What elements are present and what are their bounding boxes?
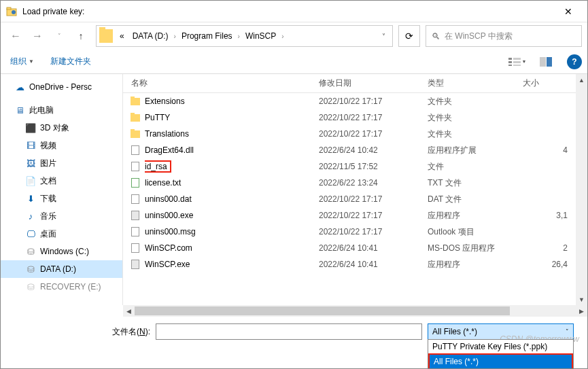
file-size: 26,4 <box>523 260 576 269</box>
nav-downloads[interactable]: ⬇下载 <box>1 190 122 207</box>
folder-icon <box>128 96 142 107</box>
vertical-scrollbar[interactable]: ▲ ▼ <box>576 74 587 305</box>
file-type: 文件 <box>428 161 523 173</box>
file-row[interactable]: PuTTY2022/10/22 17:17文件夹 <box>123 109 576 126</box>
chevron-right-icon: › <box>237 33 241 40</box>
filetype-dropdown-list: PuTTY Private Key Files (*.ppk) All File… <box>428 339 574 369</box>
file-type: 应用程序 <box>428 210 523 222</box>
nav-3dobjects[interactable]: ⬛3D 对象 <box>1 119 122 137</box>
document-icon: 📄 <box>25 175 36 186</box>
search-input[interactable]: 🔍︎ 在 WinSCP 中搜索 <box>426 25 582 47</box>
nav-documents[interactable]: 📄文档 <box>1 172 122 190</box>
column-headers[interactable]: 名称 修改日期 类型 大小 <box>123 74 576 93</box>
file-name: WinSCP.com <box>145 243 319 253</box>
file-type: 文件夹 <box>428 96 523 107</box>
file-name: unins000.exe <box>145 211 319 220</box>
file-date: 2022/6/24 10:41 <box>319 243 428 253</box>
view-mode-button[interactable]: ▼ <box>507 54 528 70</box>
file-name: Translations <box>145 129 319 139</box>
forward-button[interactable]: → <box>28 27 47 46</box>
filetype-option[interactable]: PuTTY Private Key Files (*.ppk) <box>428 340 573 353</box>
breadcrumb-item[interactable]: Program Files <box>177 31 237 41</box>
svg-rect-8 <box>513 65 521 66</box>
file-type: 文件夹 <box>428 112 523 124</box>
video-icon: 🎞 <box>25 140 36 151</box>
close-button[interactable]: ✕ <box>555 6 582 17</box>
dll-icon <box>128 145 142 156</box>
filetype-option-selected[interactable]: All Files (*.*) <box>430 355 572 368</box>
refresh-button[interactable]: ⟳ <box>398 25 420 47</box>
scroll-thumb[interactable] <box>135 306 510 315</box>
dat-icon <box>128 194 142 205</box>
exe-icon <box>128 259 142 270</box>
nav-drive-d[interactable]: ⛁DATA (D:) <box>1 260 122 278</box>
nav-drive-c[interactable]: ⛁Windows (C:) <box>1 243 122 260</box>
exe-icon <box>128 210 142 221</box>
nav-recovery[interactable]: ⛁RECOVERY (E:) <box>1 278 122 296</box>
download-icon: ⬇ <box>25 193 36 204</box>
preview-pane-button[interactable] <box>536 54 556 70</box>
file-row[interactable]: id_rsa2022/11/5 17:52文件 <box>123 158 576 175</box>
desktop-icon: 🖵 <box>25 228 36 239</box>
help-button[interactable]: ? <box>567 54 582 69</box>
file-type: TXT 文件 <box>428 177 523 189</box>
file-row[interactable]: Extensions2022/10/22 17:17文件夹 <box>123 93 576 109</box>
file-date: 2022/11/5 17:52 <box>319 162 428 171</box>
file-name: PuTTY <box>145 113 319 122</box>
msg-icon <box>128 226 142 237</box>
cube-icon: ⬛ <box>25 122 36 133</box>
chevron-right-icon: › <box>173 33 177 40</box>
file-row[interactable]: WinSCP.com2022/6/24 10:41MS-DOS 应用程序2 <box>123 240 576 256</box>
file-icon <box>128 161 142 172</box>
nav-music[interactable]: ♪音乐 <box>1 207 122 225</box>
file-row[interactable]: unins000.msg2022/10/22 17:17Outlook 项目 <box>123 224 576 240</box>
nav-onedrive[interactable]: ☁OneDrive - Persc <box>1 78 122 96</box>
file-row[interactable]: WinSCP.exe2022/6/24 10:41应用程序26,4 <box>123 256 576 273</box>
file-row[interactable]: DragExt64.dll2022/6/24 10:42应用程序扩展4 <box>123 142 576 158</box>
back-button[interactable]: ← <box>6 27 25 46</box>
explorer-body: ☁OneDrive - Persc 🖥此电脑 ⬛3D 对象 🎞视频 🖼图片 📄文… <box>1 74 587 305</box>
scroll-left-button[interactable]: ◀ <box>123 305 135 317</box>
breadcrumb-item[interactable]: WinSCP <box>241 31 280 41</box>
scroll-down-button[interactable]: ▼ <box>576 294 587 305</box>
header-date[interactable]: 修改日期 <box>319 77 428 89</box>
file-size: 3,1 <box>523 211 576 220</box>
organize-button[interactable]: 组织▼ <box>6 53 38 70</box>
txt-icon <box>128 177 142 188</box>
svg-rect-5 <box>508 65 512 66</box>
nav-desktop[interactable]: 🖵桌面 <box>1 225 122 243</box>
drive-icon: ⛁ <box>25 264 36 275</box>
file-row[interactable]: unins000.exe2022/10/22 17:17应用程序3,1 <box>123 207 576 224</box>
breadcrumb-bar[interactable]: « DATA (D:) › Program Files › WinSCP › ˅ <box>96 25 393 47</box>
breadcrumb-dropdown[interactable]: ˅ <box>382 33 385 40</box>
header-name[interactable]: 名称 <box>128 77 319 89</box>
image-icon: 🖼 <box>25 158 36 169</box>
nav-videos[interactable]: 🎞视频 <box>1 137 122 154</box>
horizontal-scrollbar[interactable]: ◀ ▶ <box>123 305 587 317</box>
file-name: DragExt64.dll <box>145 145 319 155</box>
up-button[interactable]: ↑ <box>71 27 90 46</box>
file-date: 2022/10/22 17:17 <box>319 129 428 139</box>
file-row[interactable]: Translations2022/10/22 17:17文件夹 <box>123 126 576 142</box>
file-date: 2022/10/22 17:17 <box>319 194 428 204</box>
window-title: Load private key: <box>22 7 555 16</box>
header-size[interactable]: 大小 <box>523 77 576 89</box>
file-row[interactable]: license.txt2022/6/22 13:24TXT 文件 <box>123 175 576 191</box>
address-bar-row: ← → ˅ ↑ « DATA (D:) › Program Files › Wi… <box>1 22 587 50</box>
file-row[interactable]: unins000.dat2022/10/22 17:17DAT 文件 <box>123 191 576 207</box>
file-date: 2022/10/22 17:17 <box>319 227 428 236</box>
svg-point-2 <box>12 10 16 14</box>
header-type[interactable]: 类型 <box>428 77 523 89</box>
breadcrumb-prefix[interactable]: « <box>116 31 128 41</box>
scroll-up-button[interactable]: ▲ <box>576 74 587 86</box>
nav-pictures[interactable]: 🖼图片 <box>1 154 122 172</box>
file-name: id_rsa <box>145 160 319 173</box>
filename-input[interactable] <box>156 323 422 340</box>
breadcrumb-item[interactable]: DATA (D:) <box>128 31 173 41</box>
recent-dropdown[interactable]: ˅ <box>50 27 69 46</box>
nav-thispc[interactable]: 🖥此电脑 <box>1 101 122 119</box>
new-folder-button[interactable]: 新建文件夹 <box>46 53 95 70</box>
scroll-right-button[interactable]: ▶ <box>576 305 587 317</box>
file-type: Outlook 项目 <box>428 226 523 238</box>
file-type: 应用程序 <box>428 259 523 270</box>
